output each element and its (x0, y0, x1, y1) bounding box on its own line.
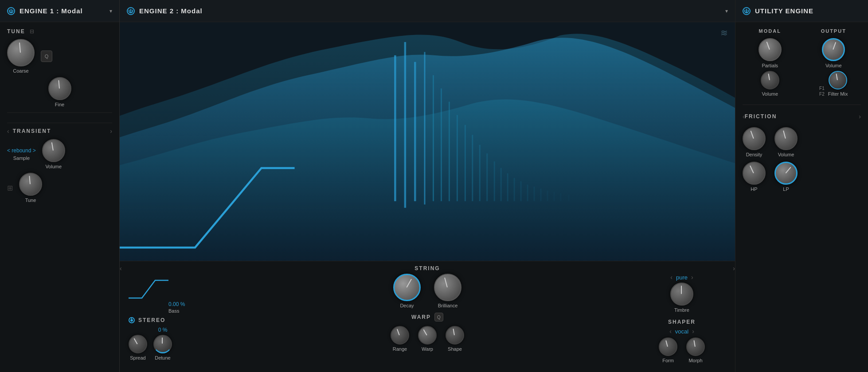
modal-volume-knob[interactable] (761, 71, 779, 89)
density-knob[interactable] (743, 127, 766, 150)
svg-rect-4 (433, 75, 434, 201)
shape-label: Shape (448, 346, 462, 352)
vocal-next-arrow[interactable]: › (692, 328, 694, 335)
transient-volume-knob[interactable] (42, 139, 65, 162)
engine1-power-button[interactable] (7, 7, 15, 15)
morph-label: Morph (688, 358, 702, 363)
sample-label: Sample (13, 155, 30, 161)
svg-rect-2 (414, 62, 416, 201)
transient-prev-arrow[interactable]: ‹ (7, 128, 9, 135)
warp-label-text: WARP (411, 314, 431, 320)
transient-section: ‹ TRANSIENT › < rebound > Sample Volume (7, 123, 112, 203)
lp-knob-container: LP (774, 162, 798, 192)
density-label: Density (746, 152, 762, 157)
filter-mix-container: Filter Mix (828, 71, 848, 97)
decay-label: Decay (400, 303, 414, 308)
scroll-icon: ≋ (720, 27, 728, 38)
stereo-power-button[interactable] (129, 317, 135, 323)
warp-q-button[interactable]: Q (434, 313, 443, 322)
engine1-title: ENGINE 1 : Modal (20, 7, 105, 15)
coarse-knob-container: Coarse (7, 39, 35, 74)
main-container: ENGINE 1 : Modal ▾ TUNE ⊟ Coarse Q (0, 0, 868, 372)
warp-knob-label: Warp (422, 346, 433, 352)
detune-knob[interactable] (153, 335, 172, 353)
fine-knob[interactable] (48, 77, 71, 100)
q-button[interactable]: Q (41, 50, 52, 62)
brilliance-knob[interactable] (434, 274, 461, 301)
lp-knob[interactable] (774, 162, 798, 185)
density-knob-container: Density (743, 127, 766, 157)
warp-label-row: WARP Q (411, 313, 443, 322)
transient-tune-knob[interactable] (19, 173, 42, 196)
string-label: STRING (127, 265, 728, 271)
engine2-dropdown-icon[interactable]: ▾ (725, 8, 728, 14)
spread-detune-row: Spread 0 % Detune (129, 327, 217, 360)
friction-next-arrow[interactable]: › (859, 113, 861, 120)
svg-rect-17 (527, 185, 528, 201)
utility-engine-panel: UTILITY ENGINE MODAL Partials (735, 0, 868, 372)
decay-knob-container: Decay (393, 274, 421, 308)
divider-utility (743, 105, 861, 105)
detune-label: Detune (155, 355, 170, 360)
svg-rect-0 (394, 55, 396, 201)
timbre-knob[interactable] (670, 283, 693, 306)
engine1-dropdown-icon[interactable]: ▾ (109, 8, 112, 14)
string-header: ‹ STRING › (120, 261, 735, 274)
modal-volume-container: Volume (761, 71, 779, 97)
warp-knob[interactable] (418, 326, 437, 345)
string-controls: 0.00 % Bass STEREO (120, 274, 735, 372)
hp-knob[interactable] (743, 162, 766, 185)
stereo-row: STEREO (129, 317, 217, 323)
timbre-prev-arrow[interactable]: ‹ (670, 274, 673, 281)
decay-knob[interactable] (393, 274, 421, 301)
svg-rect-16 (520, 181, 522, 201)
piano-icon: ⊞ (7, 184, 13, 192)
partials-knob-container: Partials (759, 38, 782, 68)
morph-knob[interactable] (686, 337, 705, 356)
coarse-knob[interactable] (7, 39, 35, 66)
transient-volume-label: Volume (45, 164, 62, 169)
svg-rect-1 (404, 42, 406, 208)
stereo-label: STEREO (138, 317, 217, 323)
timbre-next-arrow[interactable]: › (691, 274, 693, 281)
form-knob-container: Form (659, 337, 677, 363)
utility-body: MODAL Partials Volume (735, 22, 868, 198)
spread-knob[interactable] (129, 335, 147, 353)
engine2-power-button[interactable] (127, 7, 135, 15)
friction-volume-container: Volume (774, 127, 798, 157)
timbre-section: ‹ pure › Timbre (670, 274, 693, 313)
pure-selector: ‹ pure › (670, 274, 693, 281)
vocal-prev-arrow[interactable]: ‹ (669, 328, 672, 335)
svg-rect-21 (553, 192, 555, 201)
output-volume-knob[interactable] (822, 38, 845, 61)
svg-rect-15 (514, 178, 515, 201)
engine1-header: ENGINE 1 : Modal ▾ (0, 0, 119, 22)
fine-label: Fine (55, 102, 64, 107)
output-col: OUTPUT Volume F1 F2 (806, 28, 861, 97)
partials-knob[interactable] (759, 38, 782, 61)
form-knob[interactable] (659, 337, 677, 356)
svg-rect-7 (457, 115, 458, 202)
svg-rect-6 (449, 102, 450, 202)
svg-rect-3 (424, 52, 426, 204)
timbre-label: Timbre (674, 307, 689, 313)
modal-col: MODAL Partials Volume (743, 28, 798, 97)
filter-mix-knob[interactable] (829, 71, 847, 89)
brilliance-label: Brilliance (438, 303, 458, 308)
shape-knob[interactable] (446, 326, 464, 345)
range-knob[interactable] (391, 326, 409, 345)
shape-knob-container: Shape (446, 326, 464, 352)
utility-power-button[interactable] (743, 7, 751, 15)
shaper-section: SHAPER ‹ vocal › (659, 319, 705, 363)
transient-next-arrow[interactable]: › (110, 128, 112, 135)
engine1-panel: ENGINE 1 : Modal ▾ TUNE ⊟ Coarse Q (0, 0, 120, 372)
range-warp-shape-row: Range Warp (391, 326, 464, 352)
friction-volume-label: Volume (778, 152, 794, 157)
tune-knob-container: Tune (19, 173, 42, 203)
friction-volume-knob[interactable] (774, 127, 798, 150)
svg-rect-12 (494, 161, 495, 201)
rebound-label: < rebound > (7, 147, 36, 154)
form-label: Form (662, 358, 674, 363)
string-prev-arrow[interactable]: ‹ (120, 265, 122, 272)
warp-knob-container: Warp (418, 326, 437, 352)
